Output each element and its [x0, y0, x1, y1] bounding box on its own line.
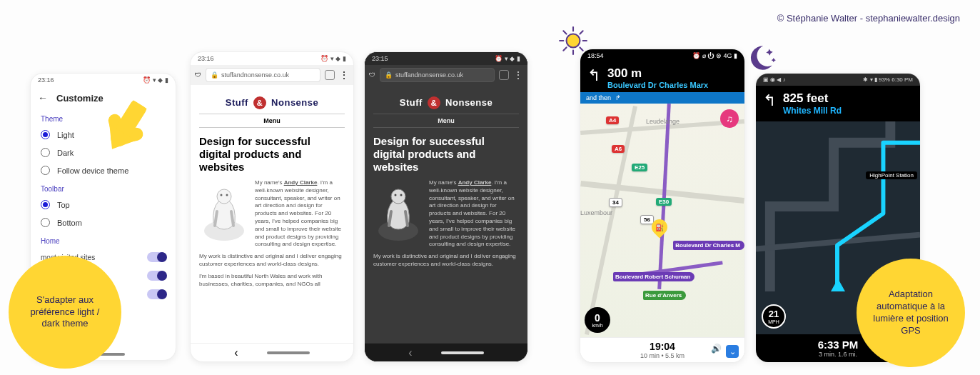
turn-left-icon: ↰	[763, 91, 776, 116]
back-icon[interactable]: ←	[38, 92, 48, 104]
gorilla-illustration	[373, 179, 423, 244]
music-button[interactable]: ♫	[720, 109, 739, 128]
moon-icon	[744, 41, 777, 74]
browser-toolbar: 🛡 🔒stuffandnonsense.co.uk ⋮	[191, 65, 353, 85]
intro-paragraph: My name's Andy Clarke. I'm a well-known …	[429, 179, 519, 253]
browser-bottom-nav: ‹	[191, 343, 353, 361]
menu-button[interactable]: Menu	[373, 114, 519, 128]
tabs-icon[interactable]	[325, 70, 335, 80]
nav-pill	[441, 351, 484, 354]
callout-right: Adaptation automatique à la lumière et p…	[857, 259, 965, 367]
distance-to-turn: 825 feet	[783, 91, 842, 106]
status-bar: 23:16 ⏰ ▾ ◆ ▮	[31, 74, 176, 86]
svg-line-7	[580, 31, 582, 34]
nav-pill	[267, 351, 310, 354]
road-badge-e30: E30	[656, 198, 672, 206]
page-headline: Design for successful digital products a…	[199, 135, 345, 174]
svg-point-16	[395, 194, 397, 196]
svg-point-0	[567, 34, 580, 48]
status-bar: ▣ ◉ ◀ ♪ ✱ ▾ ▮ 93% 6:30 PM	[756, 74, 920, 86]
back-nav-icon[interactable]: ‹	[408, 346, 412, 359]
author-link[interactable]: Andy Clarke	[458, 179, 492, 186]
turn-right-icon: ↱	[615, 94, 621, 101]
turn-road-name: Boulevard Dr Charles Marx	[607, 81, 708, 89]
turn-left-icon: ↰	[587, 66, 600, 85]
svg-line-6	[580, 47, 582, 50]
road-badge-a4: A4	[606, 116, 619, 124]
tabs-icon[interactable]	[499, 70, 509, 80]
road-badge-e25: E25	[632, 164, 647, 171]
menu-icon[interactable]: ⋮	[339, 71, 349, 79]
body-paragraphs: My work is distinctive and original and …	[199, 253, 345, 288]
browser-toolbar: 🛡 🔒stuffandnonsense.co.uk ⋮	[365, 65, 527, 85]
screen-title: Customize	[56, 93, 103, 104]
clock: 18:54	[587, 52, 604, 59]
menu-button[interactable]: Menu	[199, 114, 345, 128]
status-bar: 23:16 ⏰ ▾ ◆ ▮	[191, 52, 353, 65]
purple-road-label-1: Boulevard Dr Charles M	[673, 241, 744, 250]
url-bar[interactable]: 🔒stuffandnonsense.co.uk	[380, 68, 495, 82]
author-link[interactable]: Andy Clarke	[284, 179, 318, 186]
svg-line-8	[563, 47, 566, 50]
navigation-banner[interactable]: ↰ 300 m Boulevard Dr Charles Marx	[580, 62, 744, 92]
clock: 23:15	[372, 55, 388, 62]
distance-to-turn: 300 m	[607, 66, 708, 81]
ampersand-icon: &	[428, 96, 440, 109]
status-bar: 23:15 ⏰ ▾ ◆ ▮	[365, 52, 527, 65]
status-icons: ⏰ ⌀ ⏻ ⊗ 4G ▮	[692, 52, 737, 59]
sound-icon[interactable]: 🔊	[711, 344, 722, 354]
screen-header: ← Customize	[31, 86, 176, 109]
back-nav-icon[interactable]: ‹	[234, 346, 238, 359]
theme-option-follow-device[interactable]: Follow device theme	[31, 161, 176, 179]
status-bar: 18:54 ⏰ ⌀ ⏻ ⊗ 4G ▮	[580, 49, 744, 62]
expand-icon[interactable]: ⌄	[726, 345, 739, 358]
body-paragraphs: My work is distinctive and original and …	[373, 253, 519, 269]
site-logo[interactable]: Stuff & Nonsense	[373, 96, 519, 109]
image-credit: © Stéphanie Walter - stephaniewalter.des…	[777, 13, 960, 24]
callout-left: S'adapter aux préférence light / dark th…	[9, 256, 121, 369]
menu-icon[interactable]: ⋮	[513, 71, 523, 79]
vehicle-cursor-icon	[831, 279, 845, 291]
speedometer: 0 km/h	[585, 307, 610, 333]
toolbar-option-top[interactable]: Top	[31, 196, 176, 214]
browser-bottom-nav: ‹	[365, 343, 527, 361]
url-bar[interactable]: 🔒stuffandnonsense.co.uk	[206, 68, 320, 82]
clock: 23:16	[38, 76, 54, 84]
clock: 6:30 PM	[891, 76, 913, 83]
city-label: Leudelange	[646, 118, 680, 125]
lock-icon: 🔒	[385, 71, 393, 79]
webpage-content: Stuff & Nonsense Menu Design for success…	[191, 85, 353, 343]
webpage-content: Stuff & Nonsense Menu Design for success…	[365, 85, 527, 343]
svg-point-13	[226, 194, 228, 196]
navigation-banner[interactable]: ↰ 825 feet Whites Mill Rd	[756, 86, 920, 121]
site-logo[interactable]: Stuff & Nonsense	[199, 96, 345, 109]
purple-road-label-2: Boulevard Robert Schuman	[613, 272, 694, 281]
clock: 23:16	[198, 55, 214, 62]
status-icons: ⏰ ▾ ◆ ▮	[495, 55, 520, 62]
toolbar-option-bottom[interactable]: Bottom	[31, 214, 176, 231]
eta-bar[interactable]: 19:04 10 min • 5.5 km 🔊 ⌄	[580, 337, 744, 362]
poi-label: HighPoint Station	[866, 171, 917, 179]
speedometer: 21 MPH	[762, 304, 786, 329]
svg-point-17	[400, 194, 403, 196]
status-icons: ⏰ ▾ ◆ ▮	[320, 55, 346, 62]
shield-icon[interactable]: 🛡	[195, 71, 201, 79]
phone-waze-light: 18:54 ⏰ ⌀ ⏻ ⊗ 4G ▮ ↰ 300 m Boulevard Dr …	[580, 49, 745, 363]
section-toolbar-label: Toolbar	[31, 179, 176, 196]
intro-paragraph: My name's Andy Clarke. I'm a well-known …	[255, 179, 345, 253]
page-headline: Design for successful digital products a…	[373, 135, 519, 174]
green-road-label: Rue d'Anvers	[643, 291, 686, 300]
status-icons: ⏰ ▾ ◆ ▮	[143, 76, 168, 84]
status-left: ▣ ◉ ◀ ♪	[763, 76, 786, 83]
map-view[interactable]: A4 A6 E25 34 E30 56 Leudelange Luxembour…	[580, 104, 744, 337]
city-label-2: Luxembour	[580, 209, 612, 216]
shield-icon[interactable]: 🛡	[369, 71, 375, 79]
turn-road-name: Whites Mill Rd	[783, 106, 842, 116]
phone-site-light: 23:16 ⏰ ▾ ◆ ▮ 🛡 🔒stuffandnonsense.co.uk …	[190, 51, 354, 362]
road-badge-a6: A6	[612, 145, 625, 153]
gorilla-illustration	[199, 179, 249, 244]
ampersand-icon: &	[253, 96, 266, 109]
section-home-label: Home	[31, 231, 176, 248]
lock-icon: 🔒	[211, 71, 218, 79]
and-then-banner[interactable]: and then ↱	[580, 92, 744, 104]
